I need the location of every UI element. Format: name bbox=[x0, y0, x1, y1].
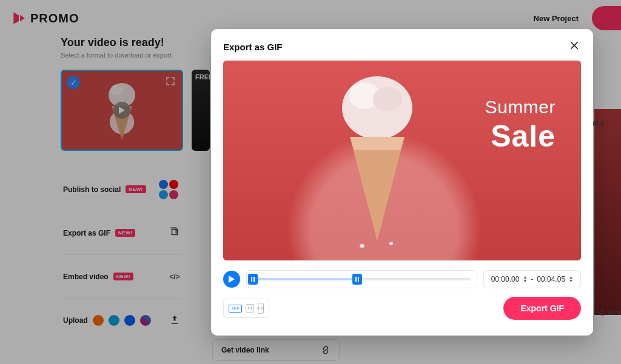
time-start-stepper[interactable]: ▲▼ bbox=[523, 276, 527, 283]
time-separator: - bbox=[531, 275, 533, 283]
svg-point-5 bbox=[360, 244, 364, 248]
gif-preview: Summer Sale bbox=[223, 61, 581, 260]
export-gif-button[interactable]: Export GIF bbox=[503, 297, 581, 320]
preview-text-line2: Sale bbox=[491, 119, 556, 154]
ratio-9-16[interactable]: 9:16 bbox=[258, 303, 264, 314]
trim-handle-start[interactable] bbox=[248, 274, 258, 285]
ice-cream-illustration bbox=[332, 71, 423, 253]
aspect-ratio-picker: 16:9 1:1 9:16 bbox=[223, 299, 269, 318]
svg-point-6 bbox=[389, 242, 393, 245]
ratio-16-9[interactable]: 16:9 bbox=[229, 305, 242, 313]
export-gif-modal: Export as GIF Summer Sale bbox=[211, 29, 593, 336]
play-preview-button[interactable] bbox=[223, 271, 240, 288]
time-end-stepper[interactable]: ▲▼ bbox=[569, 276, 573, 283]
ratio-1-1[interactable]: 1:1 bbox=[246, 304, 254, 313]
play-icon bbox=[229, 276, 235, 283]
trim-handle-end[interactable] bbox=[352, 274, 362, 285]
time-range-box: 00:00.00 ▲▼ - 00:04.05 ▲▼ bbox=[483, 270, 581, 288]
preview-text-line1: Summer bbox=[485, 97, 556, 117]
trim-slider[interactable] bbox=[246, 270, 477, 288]
close-icon bbox=[569, 40, 580, 51]
close-button[interactable] bbox=[568, 40, 581, 53]
time-end: 00:04.05 bbox=[537, 275, 565, 283]
pause-icon bbox=[251, 277, 255, 282]
time-start: 00:00.00 bbox=[491, 275, 520, 283]
svg-point-4 bbox=[373, 87, 402, 111]
modal-title: Export as GIF bbox=[223, 42, 283, 52]
pause-icon bbox=[355, 277, 359, 282]
